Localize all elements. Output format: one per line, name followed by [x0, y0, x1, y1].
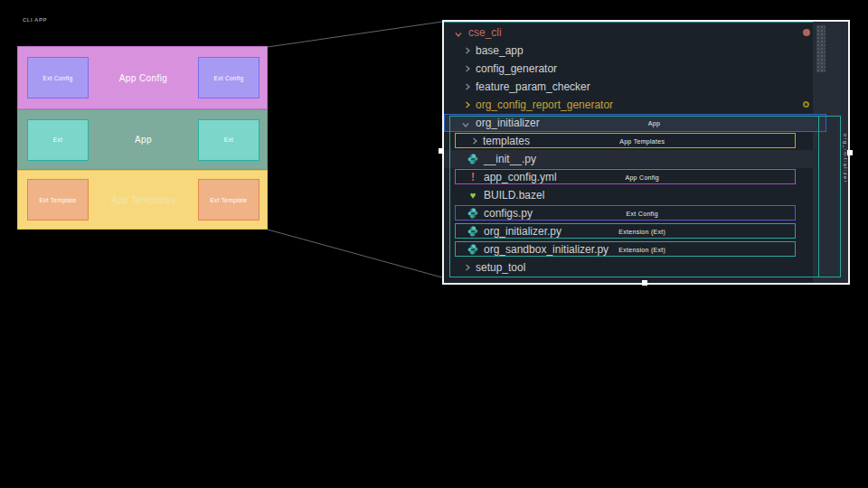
bazel-file-icon: ♥ [467, 189, 478, 202]
tree-row-cse-cli[interactable]: cse_cli [444, 23, 826, 42]
file-tree: cse_clibase_appconfig_generatorfeature_p… [444, 23, 826, 277]
diagram-block-app: ExtAppExt [17, 109, 268, 170]
file-explorer-content: cse_clibase_appconfig_generatorfeature_p… [444, 22, 848, 283]
tree-row-base-app[interactable]: base_app [444, 42, 826, 60]
childbox-label: Ext Template [39, 197, 76, 203]
file-explorer-panel: cse_clibase_appconfig_generatorfeature_p… [442, 20, 850, 285]
tree-item-label: config_generator [476, 62, 557, 75]
tree-item-label: feature_param_checker [476, 80, 590, 93]
selection-handle-right[interactable] [847, 150, 853, 155]
python-file-icon [467, 225, 478, 238]
chevron-right-icon[interactable] [460, 262, 471, 273]
tree-item-label: configs.py [484, 207, 533, 220]
tree-item-label: org_initializer.py [484, 225, 561, 238]
childbox-label: Ext Config [43, 75, 73, 81]
tree-row-org-config-report-generator[interactable]: org_config_report_generator [444, 96, 826, 114]
python-file-icon [467, 153, 478, 165]
chevron-down-icon[interactable] [453, 27, 464, 38]
chevron-right-icon[interactable] [467, 136, 478, 146]
python-file-icon [467, 207, 478, 220]
block-title: App Templates [89, 195, 198, 205]
tree-item-label: org_initializer [476, 117, 540, 129]
tree-item-label: org_sandbox_initializer.py [484, 243, 609, 256]
childbox-label: Ext [53, 136, 62, 143]
childbox-label: Ext [224, 136, 233, 143]
chevron-down-icon[interactable] [460, 117, 471, 128]
tree-row-templates[interactable]: templates [444, 132, 826, 150]
tree-item-label: setup_tool [476, 261, 525, 274]
vertical-text-strip: org_initializer [842, 134, 848, 282]
tree-row-configs-py[interactable]: configs.py [444, 204, 826, 222]
block-title: App [89, 135, 198, 145]
tree-row-setup-tool[interactable]: setup_tool [444, 258, 826, 277]
tree-row-org-sandbox-initializer-py[interactable]: org_sandbox_initializer.py [444, 240, 826, 258]
tree-row-feature-param-checker[interactable]: feature_param_checker [444, 78, 826, 96]
selection-handle-bottom[interactable] [642, 280, 647, 286]
diagram-block-app-config: Ext ConfigApp ConfigExt Config [17, 46, 268, 109]
page-title: CLI APP [23, 17, 47, 23]
tree-row-org-initializer-py[interactable]: org_initializer.py [444, 222, 826, 240]
chevron-right-icon[interactable] [460, 63, 471, 74]
childbox-label: Ext Template [210, 197, 247, 203]
diagram-block-app-templates: Ext TemplateApp TemplatesExt Template [17, 170, 268, 230]
block-title: App Config [89, 73, 198, 83]
cli-app-diagram: Ext ConfigApp ConfigExt ConfigExtAppExtE… [17, 46, 268, 230]
diagram-childbox-ext-config: Ext Config [27, 57, 89, 99]
chevron-right-icon[interactable] [460, 45, 471, 56]
chevron-right-icon[interactable] [460, 81, 471, 92]
tree-row-config-generator[interactable]: config_generator [444, 60, 826, 78]
python-file-icon [467, 243, 478, 256]
tree-item-label: app_config.yml [484, 171, 557, 183]
childbox-label: Ext Config [214, 75, 244, 81]
tree-item-label: base_app [476, 44, 524, 57]
diagram-childbox-ext-config: Ext Config [198, 57, 259, 99]
modified-indicator-dot [803, 101, 809, 108]
diagram-childbox-ext-template: Ext Template [198, 179, 259, 221]
tree-item-label: BUILD.bazel [484, 189, 544, 202]
chevron-right-icon[interactable] [460, 99, 471, 110]
tree-row-app-config-yml[interactable]: !app_config.yml [444, 168, 826, 186]
tree-row-build-bazel[interactable]: ♥BUILD.bazel [444, 186, 826, 204]
tree-item-label: cse_cli [468, 26, 502, 39]
modified-indicator-dot [803, 29, 810, 36]
selection-handle-left[interactable] [439, 148, 444, 154]
diagram-childbox-ext-template: Ext Template [27, 179, 89, 221]
yaml-file-icon: ! [467, 171, 478, 183]
tree-item-label: org_config_report_generator [476, 99, 613, 111]
panel-top-accent [444, 22, 848, 23]
tree-item-label: templates [483, 135, 530, 147]
diagram-childbox-ext: Ext [198, 119, 259, 161]
tree-item-label: __init__.py [484, 153, 536, 165]
tree-row-org-initializer[interactable]: org_initializer [444, 114, 826, 132]
diagram-childbox-ext: Ext [27, 119, 89, 161]
tree-row-init-py[interactable]: __init__.py [444, 150, 826, 168]
